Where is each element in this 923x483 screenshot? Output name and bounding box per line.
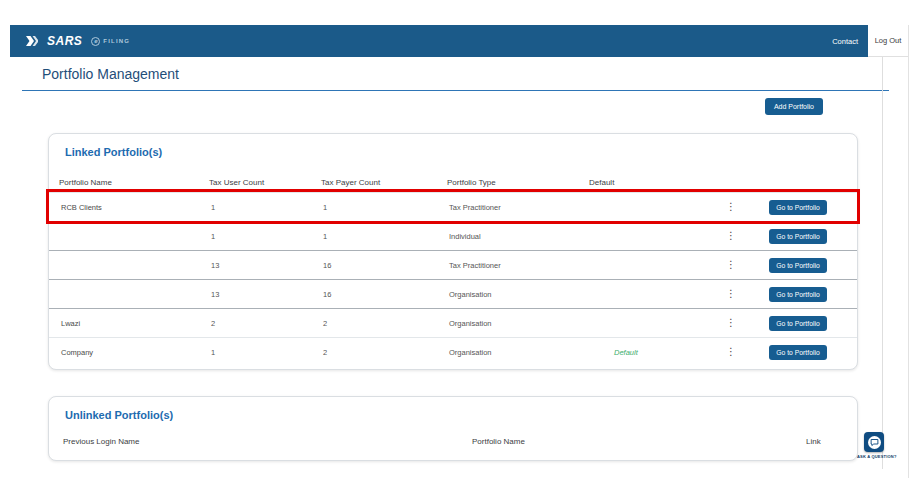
table-row: 13 16 Tax Practitioner ⋮ Go to Portfolio [49,250,857,279]
tax-user-count-cell: 1 [209,203,321,212]
portfolio-name-cell: Company [49,348,209,357]
linked-portfolios-card: Linked Portfolio(s) Portfolio Name Tax U… [48,133,858,370]
kebab-menu-icon[interactable]: ⋮ [717,231,745,241]
go-to-portfolio-button[interactable]: Go to Portfolio [769,200,827,215]
linked-table-body: RCB Clients 1 1 Tax Practitioner ⋮ Go to… [49,192,857,366]
chat-button[interactable] [864,432,884,452]
kebab-menu-icon[interactable]: ⋮ [717,289,745,299]
unlinked-portfolios-card: Unlinked Portfolio(s) Previous Login Nam… [48,396,858,461]
chat-bubble-icon [868,436,881,449]
tax-user-count-cell: 13 [209,290,321,299]
add-portfolio-button[interactable]: Add Portfolio [765,98,823,115]
browser-window: SARS e FILING Contact Log Out Portfolio … [10,25,909,478]
tax-user-count-cell: 13 [209,261,321,270]
scrollbar[interactable] [882,57,883,469]
tax-payer-count-cell: 16 [321,290,447,299]
sars-wordmark: SARS [47,34,82,48]
table-row: Company 1 2 Organisation Default ⋮ Go to… [49,337,857,366]
navbar-blue-section: SARS e FILING Contact [10,25,868,57]
sars-flag-icon [26,36,38,46]
column-header-unlinked-portfolio-name: Portfolio Name [472,437,806,446]
efiling-wordmark: e FILING [91,37,130,46]
efiling-e-icon: e [91,37,100,46]
table-row: RCB Clients 1 1 Tax Practitioner ⋮ Go to… [49,192,857,221]
column-header-portfolio-type: Portfolio Type [447,178,589,187]
portfolio-name-cell: RCB Clients [49,203,209,212]
column-header-previous-login-name: Previous Login Name [49,437,472,446]
tax-user-count-cell: 1 [209,348,321,357]
go-to-portfolio-button[interactable]: Go to Portfolio [769,258,827,273]
portfolio-type-cell: Individual [447,232,589,241]
go-to-portfolio-button[interactable]: Go to Portfolio [769,287,827,302]
page-title: Portfolio Management [42,66,908,82]
portfolio-type-cell: Tax Practitioner [447,261,589,270]
table-row: 13 16 Organisation ⋮ Go to Portfolio [49,279,857,308]
column-header-tax-user-count: Tax User Count [209,178,321,187]
column-header-portfolio-name: Portfolio Name [49,178,209,187]
portfolio-type-cell: Organisation [447,290,589,299]
tax-payer-count-cell: 1 [321,203,447,212]
efiling-label: FILING [103,38,130,44]
tax-user-count-cell: 1 [209,232,321,241]
ask-a-question-widget: ASK A QUESTION? [857,432,891,459]
logout-button[interactable]: Log Out [868,25,908,57]
portfolio-type-cell: Organisation [447,319,589,328]
linked-portfolios-title: Linked Portfolio(s) [65,146,857,158]
chat-widget-label: ASK A QUESTION? [857,454,891,459]
portfolio-type-cell: Tax Practitioner [447,203,589,212]
go-to-portfolio-button[interactable]: Go to Portfolio [769,345,827,360]
kebab-menu-icon[interactable]: ⋮ [717,202,745,212]
top-navbar: SARS e FILING Contact Log Out [10,25,908,57]
portfolio-type-cell: Organisation [447,348,589,357]
table-row: Lwazi 2 2 Organisation ⋮ Go to Portfolio [49,308,857,337]
go-to-portfolio-button[interactable]: Go to Portfolio [769,229,827,244]
column-header-tax-payer-count: Tax Payer Count [321,178,447,187]
column-header-link: Link [806,437,859,446]
tax-payer-count-cell: 16 [321,261,447,270]
portfolio-name-cell: Lwazi [49,319,209,328]
unlinked-table-header: Previous Login Name Portfolio Name Link [49,437,857,446]
tax-payer-count-cell: 2 [321,348,447,357]
table-row: 1 1 Individual ⋮ Go to Portfolio [49,221,857,250]
sars-efiling-logo: SARS e FILING [26,34,130,48]
kebab-menu-icon[interactable]: ⋮ [717,318,745,328]
tax-user-count-cell: 2 [209,319,321,328]
unlinked-portfolios-title: Unlinked Portfolio(s) [65,409,857,421]
kebab-menu-icon[interactable]: ⋮ [717,347,745,357]
contact-link[interactable]: Contact [832,37,858,46]
toolbar: Add Portfolio [10,98,908,115]
column-header-default: Default [589,178,717,187]
title-divider [22,90,889,91]
kebab-menu-icon[interactable]: ⋮ [717,260,745,270]
tax-payer-count-cell: 1 [321,232,447,241]
default-badge: Default [589,348,717,357]
tax-payer-count-cell: 2 [321,319,447,328]
go-to-portfolio-button[interactable]: Go to Portfolio [769,316,827,331]
linked-table-header: Portfolio Name Tax User Count Tax Payer … [49,172,857,192]
